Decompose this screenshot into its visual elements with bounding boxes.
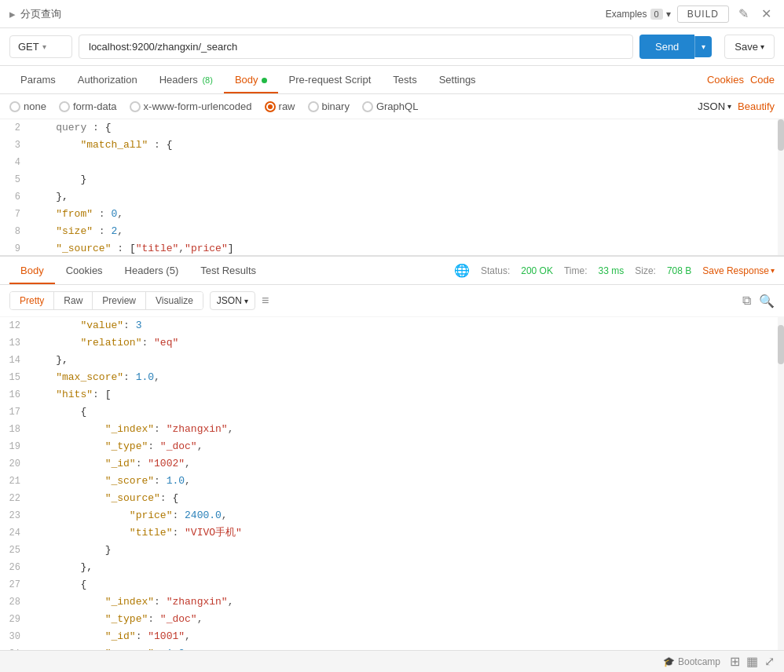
resp-line-14: 14 }, bbox=[0, 352, 784, 369]
resp-line-16: 16 "hits": [ bbox=[0, 386, 784, 404]
expand-icon: ⤢ bbox=[764, 654, 775, 669]
method-select[interactable]: GET ▾ bbox=[9, 35, 72, 58]
status-label: Status: bbox=[481, 265, 510, 276]
option-raw-radio bbox=[265, 101, 276, 112]
option-urlencoded[interactable]: x-www-form-urlencoded bbox=[130, 100, 252, 112]
option-none[interactable]: none bbox=[9, 100, 46, 112]
option-form-data-label: form-data bbox=[73, 100, 117, 112]
resp-tab-headers[interactable]: Headers (5) bbox=[114, 257, 190, 284]
resp-line-20: 20 "_id": "1002", bbox=[0, 455, 784, 473]
format-select[interactable]: JSON ▾ bbox=[698, 100, 731, 112]
save-response-label: Save Response bbox=[702, 265, 769, 276]
resp-line-15: 15 "max_score": 1.0, bbox=[0, 369, 784, 386]
resp-line-18: 18 "_index": "zhangxin", bbox=[0, 421, 784, 438]
response-format-chevron-icon: ▾ bbox=[244, 297, 248, 305]
option-form-data[interactable]: form-data bbox=[59, 100, 117, 112]
resp-line-27: 27 { bbox=[0, 576, 784, 593]
tab-params-label: Params bbox=[20, 74, 56, 86]
save-button[interactable]: Save ▾ bbox=[724, 35, 775, 59]
tab-tests-label: Tests bbox=[393, 74, 416, 86]
tab-prerequest-label: Pre-request Script bbox=[289, 74, 372, 86]
examples-chevron-icon: ▾ bbox=[666, 9, 671, 20]
option-raw[interactable]: raw bbox=[265, 100, 295, 112]
resp-line-23: 23 "price": 2400.0, bbox=[0, 507, 784, 524]
bootcamp-icon: 🎓 bbox=[663, 656, 675, 667]
send-button-group: Send ▾ bbox=[639, 35, 712, 59]
close-icon[interactable]: ✕ bbox=[758, 5, 775, 23]
option-graphql[interactable]: GraphQL bbox=[362, 100, 418, 112]
option-none-radio bbox=[9, 101, 20, 112]
tab-prerequest[interactable]: Pre-request Script bbox=[278, 66, 383, 93]
option-graphql-radio bbox=[362, 101, 373, 112]
send-dropdown-button[interactable]: ▾ bbox=[694, 36, 712, 57]
resp-line-21: 21 "_score": 1.0, bbox=[0, 473, 784, 490]
wrap-lines-icon[interactable]: ≡ bbox=[262, 294, 269, 308]
tab-settings-label: Settings bbox=[439, 74, 476, 86]
time-value: 33 ms bbox=[599, 265, 625, 276]
option-binary-radio bbox=[308, 101, 319, 112]
copy-icon[interactable]: ⧉ bbox=[742, 294, 751, 309]
option-graphql-label: GraphQL bbox=[376, 100, 418, 112]
resp-line-28: 28 "_index": "zhangxin", bbox=[0, 593, 784, 611]
code-link[interactable]: Code bbox=[750, 74, 775, 86]
resp-line-13: 13 "relation": "eq" bbox=[0, 334, 784, 352]
tab-headers-badge: (8) bbox=[202, 75, 212, 85]
view-preview-button[interactable]: Preview bbox=[93, 292, 146, 309]
format-chevron-icon: ▾ bbox=[727, 102, 731, 111]
tab-authorization[interactable]: Authorization bbox=[67, 66, 148, 93]
response-tabs-row: Body Cookies Headers (5) Test Results 🌐 … bbox=[0, 257, 784, 285]
tab-headers-label: Headers bbox=[159, 74, 201, 86]
tab-headers[interactable]: Headers (8) bbox=[148, 66, 224, 93]
save-label: Save bbox=[735, 41, 758, 53]
examples-button[interactable]: Examples 0 ▾ bbox=[606, 9, 671, 20]
resp-tab-headers-badge: (5) bbox=[166, 265, 178, 276]
code-line-3: 3 "match_all" : { bbox=[0, 137, 784, 154]
search-icon[interactable]: 🔍 bbox=[759, 294, 775, 309]
send-button[interactable]: Send bbox=[639, 35, 694, 59]
save-response-button[interactable]: Save Response ▾ bbox=[702, 265, 775, 276]
resp-line-22: 22 "_source": { bbox=[0, 490, 784, 507]
globe-icon: 🌐 bbox=[454, 263, 470, 278]
bootcamp-label: Bootcamp bbox=[678, 656, 720, 667]
view-visualize-button[interactable]: Visualize bbox=[146, 292, 203, 309]
tab-tests[interactable]: Tests bbox=[382, 66, 427, 93]
resp-tab-cookies[interactable]: Cookies bbox=[55, 257, 114, 284]
edit-icon[interactable]: ✎ bbox=[735, 5, 752, 23]
status-value: 200 OK bbox=[521, 265, 553, 276]
resp-tab-body[interactable]: Body bbox=[9, 257, 55, 284]
response-code-area: 12 "value": 3 13 "relation": "eq" 14 }, … bbox=[0, 317, 784, 672]
option-urlencoded-radio bbox=[130, 101, 141, 112]
response-format-select[interactable]: JSON ▾ bbox=[210, 291, 255, 310]
build-button[interactable]: BUILD bbox=[677, 5, 729, 23]
method-label: GET bbox=[18, 41, 39, 53]
tab-settings[interactable]: Settings bbox=[428, 66, 487, 93]
examples-label: Examples bbox=[606, 9, 647, 20]
body-options-right: JSON ▾ Beautify bbox=[698, 100, 775, 112]
resp-line-17: 17 { bbox=[0, 404, 784, 421]
beautify-button[interactable]: Beautify bbox=[738, 100, 775, 112]
resp-tab-test-results[interactable]: Test Results bbox=[189, 257, 267, 284]
request-tabs-row: Params Authorization Headers (8) Body Pr… bbox=[0, 66, 784, 94]
url-bar: GET ▾ Send ▾ Save ▾ bbox=[0, 28, 784, 66]
url-input[interactable] bbox=[79, 35, 633, 59]
view-raw-button[interactable]: Raw bbox=[54, 292, 93, 309]
code-line-4: 4 bbox=[0, 154, 784, 171]
time-label: Time: bbox=[564, 265, 588, 276]
cookies-link[interactable]: Cookies bbox=[707, 74, 744, 86]
code-line-9: 9 "_source" : ["title","price"] bbox=[0, 240, 784, 257]
tab-params[interactable]: Params bbox=[9, 66, 67, 93]
response-scrollbar[interactable] bbox=[778, 317, 784, 672]
code-line-2: 2 query : { bbox=[0, 119, 784, 137]
size-value: 708 B bbox=[667, 265, 691, 276]
layout-icon: ▦ bbox=[746, 654, 758, 669]
top-bar-left: ▸ 分页查询 bbox=[9, 7, 61, 21]
view-pretty-button[interactable]: Pretty bbox=[10, 292, 54, 309]
format-label: JSON bbox=[698, 100, 725, 112]
tab-body[interactable]: Body bbox=[224, 66, 278, 93]
examples-count: 0 bbox=[650, 9, 663, 20]
response-format-label: JSON bbox=[217, 295, 242, 306]
request-scrollbar[interactable] bbox=[778, 119, 784, 255]
option-binary[interactable]: binary bbox=[308, 100, 350, 112]
tab-authorization-label: Authorization bbox=[78, 74, 137, 86]
size-label: Size: bbox=[635, 265, 656, 276]
